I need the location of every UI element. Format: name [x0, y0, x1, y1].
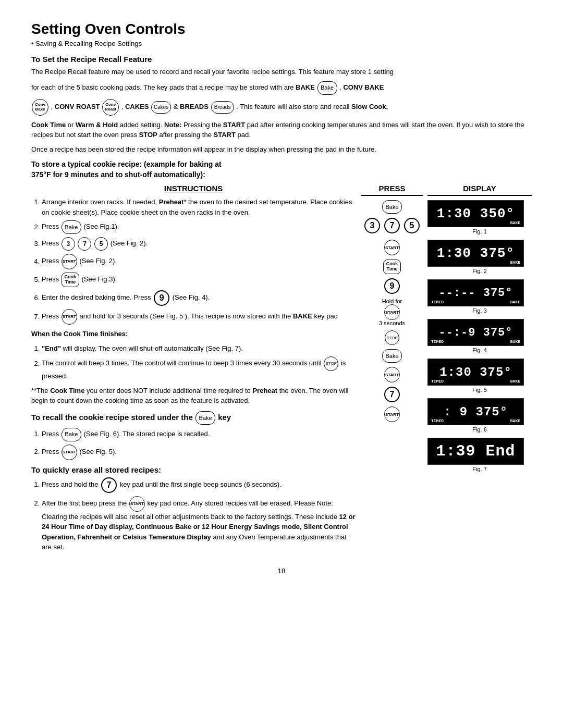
fig-1-label: Fig. 1	[427, 228, 532, 235]
instruction-2: Press Bake (See Fig.1).	[42, 220, 356, 234]
recipe-recall-para3: ConvBake , CONV ROAST ConvRoast , CAKES …	[31, 99, 532, 116]
key-5: 5	[94, 237, 108, 251]
fig-4-label: Fig. 4	[427, 347, 532, 353]
conv-bake-key: ConvBake	[32, 99, 48, 116]
recipe-recall-heading: To Set the Recipe Recall Feature	[31, 55, 532, 64]
start-key-step7: START	[62, 309, 77, 325]
fig-5-label: Fig. 5	[427, 387, 532, 393]
press-item-cooktime: CookTime	[361, 260, 423, 274]
press-key-7: 7	[384, 218, 400, 233]
key-9-step6: 9	[154, 290, 169, 306]
key-3: 3	[62, 237, 75, 251]
store-heading: To store a typical cookie recipe: (examp…	[31, 159, 532, 180]
display-screen-4: --:-9 375° TIMED BAKE	[427, 319, 524, 346]
recipe-recall-para4: Cook Time or Warm & Hold added setting. …	[31, 120, 532, 140]
press-start-key1: START	[384, 240, 400, 255]
stop-key-inline: STOP	[324, 356, 338, 371]
display-screen-3: --:-- 375° TIMED BAKE	[427, 279, 524, 306]
erase-item-2: After the first beep press the START key…	[42, 496, 356, 552]
recall-item-1: Press Bake (See Fig. 6). The stored reci…	[42, 428, 356, 441]
press-key-9: 9	[384, 278, 400, 294]
display-fig1: 1:30 350° BAKE Fig. 1	[427, 200, 532, 235]
instruction-6: Enter the desired baking time. Press 9 (…	[42, 290, 356, 306]
bake-key-inline: Bake	[317, 81, 337, 95]
press-item-start-recall: START	[361, 367, 423, 382]
display-screen-2: 1:30 375° BAKE	[427, 240, 524, 267]
recall-item-2: Press START (See Fig. 5).	[42, 445, 356, 460]
press-item-375: 3 7 5	[361, 218, 423, 236]
press-item-7-erase: 7	[361, 387, 423, 402]
erase-heading: To quickly erase all stored recipes:	[31, 465, 356, 474]
display-column: DISPLAY 1:30 350° BAKE Fig. 1 1:30 375°	[427, 184, 532, 557]
fig-3-label: Fig. 3	[427, 307, 532, 314]
bake-key-step2: Bake	[62, 220, 81, 234]
display-fig7: 1:39 End Fig. 7	[427, 438, 532, 472]
press-column: PRESS Bake 3 7 5 START CookTime	[361, 184, 423, 557]
cook-time-list: "End" will display. The oven will shut-o…	[42, 343, 356, 381]
press-item-start1: START	[361, 240, 423, 255]
display-fig6: : 9 375° TIMED BAKE Fig. 6	[427, 398, 532, 433]
start-key-recall: START	[62, 445, 77, 460]
instructions-column: INSTRUCTIONS Arrange interior oven racks…	[31, 184, 356, 557]
press-bake-key: Bake	[382, 200, 402, 214]
press-item-bake: Bake	[361, 200, 423, 214]
instruction-5: Press CookTime (See Fig.3).	[42, 273, 356, 287]
press-item-hold-start: Hold for START 3 seconds	[361, 298, 423, 326]
fig-6-label: Fig. 6	[427, 426, 532, 433]
display-fig4: --:-9 375° TIMED BAKE Fig. 4	[427, 319, 532, 353]
display-screen-7: 1:39 End	[427, 438, 524, 465]
press-key-5: 5	[404, 218, 420, 233]
press-key-7-erase: 7	[384, 387, 400, 402]
cook-time-key-step5: CookTime	[62, 273, 79, 287]
display-screen-6: : 9 375° TIMED BAKE	[427, 398, 524, 425]
press-item-bake-recall: Bake	[361, 349, 423, 363]
display-fig3: --:-- 375° TIMED BAKE Fig. 3	[427, 279, 532, 314]
start-key-erase: START	[129, 496, 145, 512]
recipe-recall-para1: The Recipe Recall feature may be used to…	[31, 67, 532, 77]
bake-key-recall: Bake	[195, 411, 215, 425]
cook-time-note: **The Cook Time you enter does NOT inclu…	[31, 386, 356, 406]
instruction-3: Press 3 7 5 (See Fig. 2).	[42, 237, 356, 251]
cook-time-item-1: "End" will display. The oven will shut-o…	[42, 343, 356, 354]
page-number: 18	[31, 567, 532, 575]
subtitle: Saving & Recalling Recipe Settings	[31, 40, 532, 47]
press-item-start-erase: START	[361, 406, 423, 422]
erase-item-1: Press and hold the 7 key pad until the f…	[42, 477, 356, 493]
instruction-1: Arrange interior oven racks. If needed, …	[42, 197, 356, 217]
display-fig5: 1:30 375° TIMED BAKE Fig. 5	[427, 359, 532, 393]
erase-list: Press and hold the 7 key pad until the f…	[42, 477, 356, 552]
page-title: Setting Oven Controls	[31, 21, 532, 38]
press-header: PRESS	[361, 184, 423, 196]
recipe-recall-section: To Set the Recipe Recall Feature The Rec…	[31, 55, 532, 154]
instructions-list: Arrange interior oven racks. If needed, …	[42, 197, 356, 325]
bake-key-recall1: Bake	[62, 428, 81, 441]
start-key-step4: START	[62, 254, 77, 269]
press-display-columns: PRESS Bake 3 7 5 START CookTime	[361, 184, 532, 557]
fig-2-label: Fig. 2	[427, 268, 532, 274]
press-item-9: 9	[361, 278, 423, 294]
press-key-3: 3	[364, 218, 380, 233]
three-col-layout: INSTRUCTIONS Arrange interior oven racks…	[31, 184, 532, 557]
display-header: DISPLAY	[427, 184, 532, 196]
display-screen-5: 1:30 375° TIMED BAKE	[427, 359, 524, 386]
display-screen-1: 1:30 350° BAKE	[427, 200, 524, 227]
press-start-key-recall: START	[384, 367, 400, 382]
press-cook-time-key: CookTime	[383, 260, 401, 274]
instruction-7: Press START and hold for 3 seconds (See …	[42, 309, 356, 325]
instructions-header: INSTRUCTIONS	[31, 184, 356, 193]
cakes-key: Cakes	[151, 101, 171, 114]
display-fig2: 1:30 375° BAKE Fig. 2	[427, 240, 532, 274]
press-bake-key-recall: Bake	[382, 349, 402, 363]
press-stop-key: STOP	[385, 330, 399, 345]
press-start-key-erase: START	[384, 406, 400, 422]
conv-roast-key: ConvRoast	[102, 99, 119, 116]
fig-7-label: Fig. 7	[427, 466, 532, 472]
recipe-recall-para2: for each of the 5 basic cooking pads. Th…	[31, 81, 532, 95]
instruction-4: Press START (See Fig. 2).	[42, 254, 356, 269]
recall-heading: To recall the cookie recipe stored under…	[31, 411, 356, 425]
recipe-recall-para5: Once a recipe has been stored the recipe…	[31, 144, 532, 155]
key-7-erase: 7	[101, 477, 117, 493]
recall-list: Press Bake (See Fig. 6). The stored reci…	[42, 428, 356, 460]
press-start-key2: START	[384, 304, 400, 320]
press-item-stop: STOP	[361, 330, 423, 345]
